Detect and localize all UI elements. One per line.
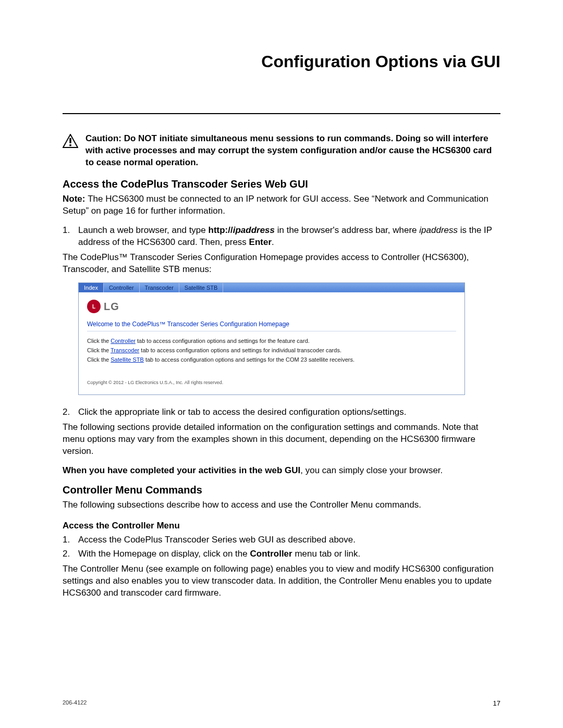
controller-step-1: 1. Access the CodePlus Transcoder Series… — [63, 534, 500, 546]
completed-text: When you have completed your activities … — [63, 465, 500, 477]
note-paragraph: Note: The HCS6300 must be connected to a… — [63, 193, 500, 217]
step-2: 2. Click the appropriate link or tab to … — [63, 406, 500, 418]
satellite-stb-link[interactable]: Satellite STB — [111, 356, 144, 363]
warning-icon — [63, 134, 78, 150]
instruction-line-1: Click the Controller tab to access confi… — [87, 337, 456, 346]
t: Click the — [87, 338, 111, 344]
t-italic: ipaddress — [419, 225, 458, 235]
t: in the browser's address bar, where — [275, 225, 419, 235]
embedded-copyright: Copyright © 2012 - LG Electronics U.S.A.… — [87, 380, 456, 390]
t: tab to access configuration options and … — [139, 347, 341, 353]
caution-block: Caution: Do NOT initiate simultaneous me… — [63, 133, 500, 169]
svg-rect-2 — [69, 144, 71, 146]
step-number: 2. — [63, 548, 74, 560]
section-heading-controller-menu: Controller Menu Commands — [63, 484, 500, 496]
tab-controller[interactable]: Controller — [104, 283, 140, 292]
lg-logo-text: LG — [104, 301, 119, 313]
doc-number: 206-4122 — [63, 699, 87, 707]
document-page: Configuration Options via GUI Caution: D… — [0, 0, 563, 728]
step-number: 1. — [63, 225, 74, 249]
instruction-line-2: Click the Transcoder tab to access confi… — [87, 346, 456, 355]
t-bold: When you have completed your activities … — [63, 465, 300, 475]
rule-separator — [63, 113, 500, 114]
t: tab to access configuration options and … — [136, 338, 310, 344]
t-bold: Enter — [249, 237, 272, 247]
controller-followup: The Controller Menu (see example on foll… — [63, 563, 500, 599]
caution-text: Caution: Do NOT initiate simultaneous me… — [85, 133, 500, 169]
step-number: 1. — [63, 534, 74, 546]
t: , you can simply close your browser. — [300, 465, 443, 475]
tab-bar: Index Controller Transcoder Satellite ST… — [79, 283, 464, 292]
tab-transcoder[interactable]: Transcoder — [140, 283, 179, 292]
embedded-body: L LG Welcome to the CodePlus™ Transcoder… — [79, 292, 464, 394]
t: With the Homepage on display, click on t… — [78, 549, 250, 559]
step-text: Click the appropriate link or tab to acc… — [78, 406, 500, 418]
page-number: 17 — [493, 699, 500, 707]
step-1-followup: The CodePlus™ Transcoder Series Configur… — [63, 252, 500, 276]
step-text: With the Homepage on display, click on t… — [78, 548, 500, 560]
t: Click the — [87, 356, 111, 363]
section-heading-access-gui: Access the CodePlus Transcoder Series We… — [63, 178, 500, 190]
embedded-homepage-screenshot: Index Controller Transcoder Satellite ST… — [78, 282, 465, 395]
svg-rect-1 — [69, 138, 71, 143]
page-title: Configuration Options via GUI — [63, 52, 500, 71]
controller-link[interactable]: Controller — [111, 338, 136, 344]
tab-index[interactable]: Index — [79, 283, 104, 292]
t: tab to access configuration options and … — [144, 356, 354, 363]
subsection-access-controller: Access the Controller Menu — [63, 521, 500, 531]
t-bold: Controller — [250, 549, 292, 559]
t: Launch a web browser, and type — [78, 225, 209, 235]
controller-intro: The following subsections describe how t… — [63, 499, 500, 511]
note-label: Note: — [63, 194, 88, 204]
controller-step-2: 2. With the Homepage on display, click o… — [63, 548, 500, 560]
t: . — [272, 237, 274, 247]
step-1: 1. Launch a web browser, and type http:/… — [63, 225, 500, 249]
page-footer: 206-4122 17 — [63, 699, 500, 707]
lg-logo: L LG — [87, 300, 119, 313]
t-bold: http:// — [209, 225, 233, 235]
step-text: Access the CodePlus Transcoder Series we… — [78, 534, 500, 546]
lg-logo-icon: L — [87, 300, 101, 313]
t-bold-italic: ipaddress — [233, 225, 275, 235]
transcoder-link[interactable]: Transcoder — [111, 347, 139, 353]
t: Click the — [87, 347, 111, 353]
welcome-heading: Welcome to the CodePlus™ Transcoder Seri… — [87, 320, 456, 331]
t: menu tab or link. — [292, 549, 360, 559]
note-text: The HCS6300 must be connected to an IP n… — [63, 194, 488, 216]
following-sections-text: The following sections provide detailed … — [63, 422, 500, 458]
tab-satellite-stb[interactable]: Satellite STB — [179, 283, 224, 292]
instruction-line-3: Click the Satellite STB tab to access co… — [87, 355, 456, 365]
step-text: Launch a web browser, and type http://ip… — [78, 225, 500, 249]
step-number: 2. — [63, 406, 74, 418]
